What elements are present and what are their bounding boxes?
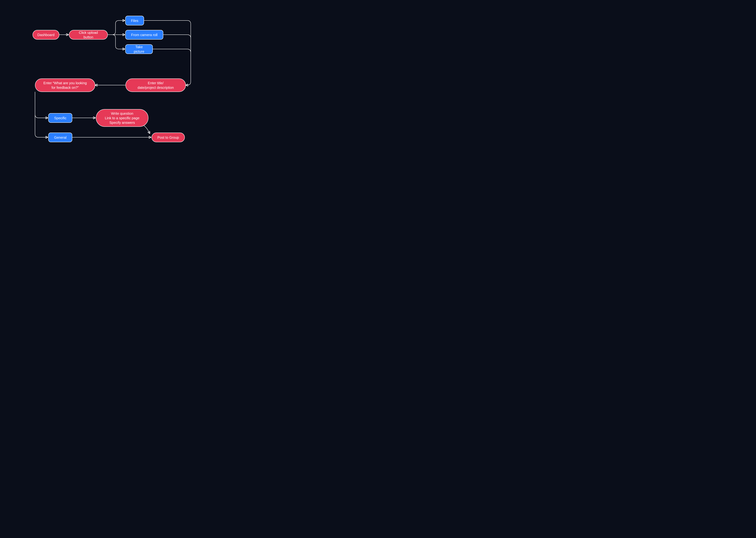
node-enter-feedback: Enter “What are you looking for feedback…	[35, 79, 95, 92]
node-click-upload: Click upload button	[69, 30, 108, 39]
flow-diagram: Dashboard Click upload button Files From…	[0, 0, 227, 162]
label: Enter title/ date/project description	[138, 81, 174, 90]
label: General	[54, 135, 67, 140]
label: Write question Link to a specific page S…	[105, 111, 139, 125]
label: Take picture	[130, 45, 148, 54]
edge-upload-to-files	[108, 21, 125, 35]
node-general: General	[48, 133, 72, 142]
node-post-to-group: Post to Group	[152, 133, 185, 142]
label: Click upload button	[73, 30, 103, 39]
edges	[0, 0, 227, 162]
node-enter-title: Enter title/ date/project description	[125, 79, 186, 92]
edge-upload-to-picture	[108, 35, 125, 49]
label: Post to Group	[157, 135, 179, 140]
node-dashboard: Dashboard	[32, 30, 59, 39]
edge-feedback-to-general	[35, 92, 48, 137]
node-take-picture: Take picture	[125, 44, 153, 54]
node-camera-roll: From camera roll	[125, 30, 163, 39]
label: Specific	[54, 116, 66, 120]
edge-camera-to-bus	[163, 35, 191, 38]
label: Files	[131, 19, 138, 23]
node-write-question: Write question Link to a specific page S…	[96, 109, 148, 127]
edge-picture-to-bus	[153, 49, 191, 53]
label: From camera roll	[131, 32, 158, 37]
node-specific: Specific	[48, 113, 72, 123]
edge-feedback-to-specific	[35, 92, 48, 118]
label: Enter “What are you looking for feedback…	[43, 81, 87, 90]
node-files: Files	[125, 16, 144, 26]
label: Dashboard	[37, 32, 55, 37]
